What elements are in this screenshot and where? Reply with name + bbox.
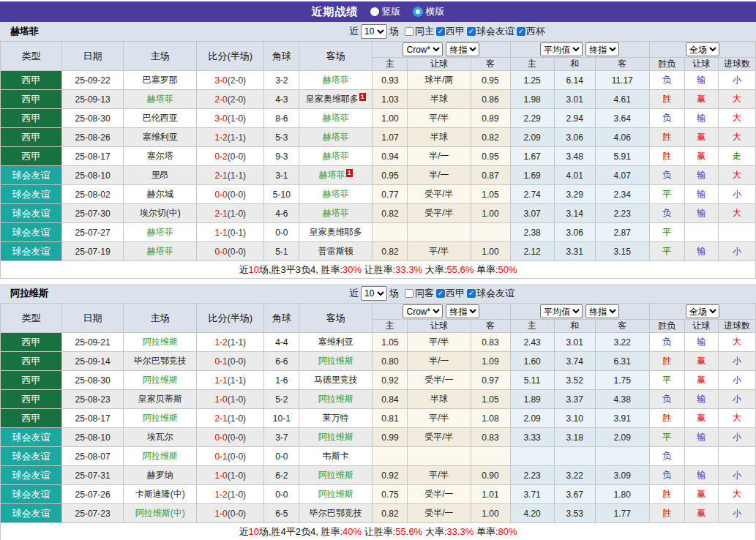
full-score: 1-1 xyxy=(214,375,227,386)
league-checkbox[interactable]: ✓ xyxy=(436,27,445,36)
type-cell: 球会友谊 xyxy=(1,242,62,261)
away-team-cell: 赫塔菲1 xyxy=(299,166,373,185)
scope-select[interactable]: 全场 xyxy=(686,42,719,56)
half-score: (0-0) xyxy=(228,432,246,443)
corner-cell: 0-0 xyxy=(264,447,299,466)
odds-cell: 1.00 xyxy=(471,504,510,523)
odds-cell: 平/半 xyxy=(408,242,471,261)
recent-count-select[interactable]: 10 xyxy=(361,286,387,301)
type-cell: 球会友谊 xyxy=(1,185,62,204)
away-team: 塞维利亚 xyxy=(318,337,353,347)
full-score: 2-0 xyxy=(214,94,227,105)
full-score: 1-0 xyxy=(214,470,227,481)
league-checkbox[interactable]: ✓ xyxy=(517,27,525,36)
horizontal-layout-label[interactable]: 横版 xyxy=(426,5,445,18)
type-cell: 球会友谊 xyxy=(1,166,62,185)
corner-cell: 4-3 xyxy=(264,90,299,109)
goals-cell: 大 xyxy=(718,204,755,223)
avg-source-select[interactable]: 平均值 xyxy=(540,304,583,318)
avg-stage-select[interactable]: 终指 xyxy=(585,304,619,318)
league-checkbox[interactable]: ✓ xyxy=(467,27,476,36)
odds-group-header: Crow*终指 xyxy=(373,42,510,58)
summary-stat: 10 xyxy=(248,264,258,275)
home-team-cell: 阿拉维斯 xyxy=(124,447,197,466)
corner-header: 角球 xyxy=(264,42,299,71)
goals-cell: 大 xyxy=(718,485,755,504)
odds-cell: 0.82 xyxy=(373,242,408,261)
home-team-cell: 埃尔切(中) xyxy=(124,204,197,223)
avg-group-header: 平均值终指 xyxy=(510,42,649,58)
away-team: 皇家奥维耶多 xyxy=(306,94,359,104)
type-cell: 西甲 xyxy=(1,371,62,390)
odds-cell xyxy=(408,223,471,242)
horizontal-layout-radio[interactable] xyxy=(413,7,423,17)
avg-cell: 3.06 xyxy=(554,128,595,147)
odds-cell: 0.81 xyxy=(373,409,408,428)
type-cell: 西甲 xyxy=(1,147,62,166)
handicap-result-cell xyxy=(684,447,718,466)
avg-cell: 2.94 xyxy=(554,109,595,128)
scope-select[interactable]: 全场 xyxy=(686,304,719,318)
league-checkbox[interactable]: ✓ xyxy=(467,289,476,298)
type-cell: 球会友谊 xyxy=(1,223,62,242)
odds-stage-select[interactable]: 终指 xyxy=(446,304,479,318)
home-team: 赫塔菲 xyxy=(147,94,173,104)
odds-stage-select[interactable]: 终指 xyxy=(446,42,479,56)
filter-controls: 近10场同主✓西甲✓球会友谊✓西杯 xyxy=(349,22,545,41)
same-venue-checkbox[interactable] xyxy=(405,289,413,298)
avg-cell: 5.91 xyxy=(595,147,649,166)
date-cell: 25-09-13 xyxy=(62,90,124,109)
near-label: 近 xyxy=(349,25,359,38)
avg-cell: 3.09 xyxy=(595,466,649,485)
odds-cell: 平/半 xyxy=(408,466,471,485)
score-cell: 2-1(1-1) xyxy=(197,166,264,185)
type-cell: 西甲 xyxy=(1,90,62,109)
same-venue-checkbox[interactable] xyxy=(405,27,413,36)
score-cell: 1-2(1-1) xyxy=(197,333,264,352)
avg-cell: 4.61 xyxy=(595,90,649,109)
date-cell: 25-09-22 xyxy=(62,71,124,90)
odds-source-select[interactable]: Crow* xyxy=(403,304,443,318)
half-score: (1-0) xyxy=(228,113,246,124)
odds-home-header: 主 xyxy=(373,320,408,333)
vertical-layout-radio[interactable] xyxy=(370,7,379,16)
odds-cell: 0.95 xyxy=(471,147,510,166)
goals-cell xyxy=(718,223,755,242)
sections-container: 赫塔菲近10场同主✓西甲✓球会友谊✓西杯类型日期主场比分(半场)角球客场Crow… xyxy=(0,22,756,540)
avg-cell: 3.01 xyxy=(554,333,595,352)
odds-cell: 平/半 xyxy=(408,109,471,128)
outcome-cell: 负 xyxy=(649,390,684,409)
odds-cell: 0.92 xyxy=(373,466,408,485)
date-cell: 25-08-10 xyxy=(62,428,124,447)
odds-cell: 受半/一 xyxy=(408,485,471,504)
away-team: 韦斯卡 xyxy=(323,451,349,461)
home-team: 阿拉维斯 xyxy=(143,413,178,423)
half-score: (1-1) xyxy=(228,132,246,143)
score-cell: 0-0(0-0) xyxy=(197,242,264,261)
match-row: 西甲25-08-23皇家贝蒂斯1-0(1-0)5-2阿拉维斯0.84半球1.05… xyxy=(1,390,756,409)
outcome-cell: 负 xyxy=(649,166,684,185)
home-team-cell: 卡斯迪隆(中) xyxy=(124,485,197,504)
away-team: 普雷斯顿 xyxy=(318,246,353,256)
home-header: 主场 xyxy=(124,304,197,333)
league-checkbox[interactable]: ✓ xyxy=(436,289,445,298)
title-bar: 近期战绩 竖版 横版 xyxy=(0,1,756,22)
scope-group-header: 全场 xyxy=(649,304,755,320)
away-team: 毕尔巴鄂竞技 xyxy=(310,508,362,518)
odds-cell: 平/半 xyxy=(408,333,471,352)
type-cell: 西甲 xyxy=(1,409,62,428)
vertical-layout-label[interactable]: 竖版 xyxy=(382,5,401,18)
handicap-result-header: 让球 xyxy=(684,320,718,333)
score-cell: 2-1(1-0) xyxy=(197,409,264,428)
avg-source-select[interactable]: 平均值 xyxy=(540,42,583,56)
away-team: 皇家奥维耶多 xyxy=(310,227,362,237)
recent-count-select[interactable]: 10 xyxy=(361,24,387,39)
date-cell: 25-07-30 xyxy=(62,204,124,223)
odds-cell: 1.00 xyxy=(471,242,510,261)
odds-source-select[interactable]: Crow* xyxy=(403,42,443,56)
team-section: 赫塔菲近10场同主✓西甲✓球会友谊✓西杯类型日期主场比分(半场)角球客场Crow… xyxy=(0,22,756,279)
odds-cell: 受半/一 xyxy=(408,371,471,390)
avg-stage-select[interactable]: 终指 xyxy=(585,42,619,56)
half-score: (0-1) xyxy=(228,228,246,238)
summary-row: 近10场,胜3平3负4, 胜率:30% 让胜率:33.3% 大率:55.6% 单… xyxy=(1,261,756,279)
